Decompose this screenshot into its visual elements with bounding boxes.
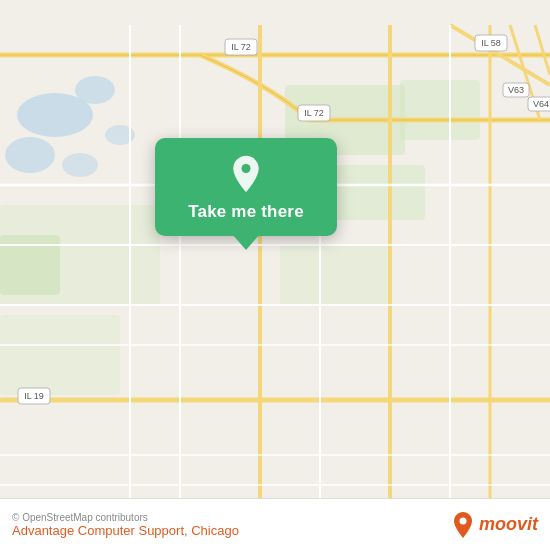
moovit-wordmark: moovit xyxy=(479,514,538,535)
take-me-there-button[interactable]: Take me there xyxy=(188,202,304,222)
location-pin-icon xyxy=(226,154,266,194)
svg-text:V63: V63 xyxy=(508,85,524,95)
bottom-bar: © OpenStreetMap contributors Advantage C… xyxy=(0,498,550,550)
svg-point-2 xyxy=(75,76,115,104)
svg-point-4 xyxy=(62,153,98,177)
location-name: Advantage Computer Support, Chicago xyxy=(12,523,239,538)
svg-text:IL 58: IL 58 xyxy=(481,38,501,48)
svg-rect-10 xyxy=(0,315,120,395)
popup-card: Take me there xyxy=(155,138,337,236)
map-container: IL 72 IL 72 IL 58 V63 V64 IL 19 Take me … xyxy=(0,0,550,550)
svg-point-44 xyxy=(241,164,250,173)
copyright-text: © OpenStreetMap contributors xyxy=(12,512,239,523)
svg-text:IL 72: IL 72 xyxy=(304,108,324,118)
svg-text:IL 19: IL 19 xyxy=(24,391,44,401)
moovit-pin-icon xyxy=(451,511,475,539)
svg-rect-7 xyxy=(400,80,480,140)
svg-rect-11 xyxy=(280,245,390,305)
svg-text:V64: V64 xyxy=(533,99,549,109)
svg-point-3 xyxy=(5,137,55,173)
svg-point-45 xyxy=(459,517,466,524)
svg-text:IL 72: IL 72 xyxy=(231,42,251,52)
svg-rect-8 xyxy=(335,165,425,220)
moovit-logo: moovit xyxy=(451,511,538,539)
bottom-bar-info: © OpenStreetMap contributors Advantage C… xyxy=(12,512,239,538)
